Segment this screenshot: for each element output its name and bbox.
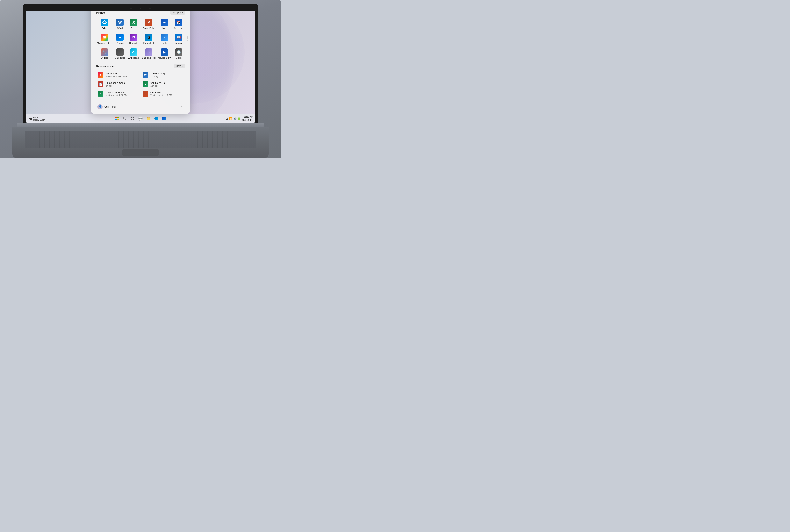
ouroceans-name: Our Oceans bbox=[150, 91, 183, 94]
all-apps-button[interactable]: All apps › bbox=[170, 11, 185, 15]
utilities-label: Utilities bbox=[101, 57, 108, 59]
word-label: Word bbox=[117, 27, 122, 30]
system-tray[interactable]: ∧ ☁ 📶 🔊 🔋 bbox=[224, 117, 241, 120]
pagination-dots bbox=[187, 37, 188, 41]
dot-3 bbox=[187, 40, 188, 41]
power-button[interactable]: ⏻ bbox=[179, 104, 185, 110]
task-view-button[interactable] bbox=[129, 115, 136, 122]
store-taskbar-button[interactable] bbox=[160, 115, 168, 122]
file-explorer-button[interactable]: 📁 bbox=[144, 115, 152, 122]
moviestv-label: Movies & TV bbox=[158, 57, 171, 59]
ouroceans-text: Our Oceans Yesterday at 1:15 PM bbox=[150, 91, 183, 96]
app-calendar[interactable]: 📅 Calendar bbox=[172, 17, 185, 31]
rec-sustainable[interactable]: 📄 Sustainable Seas 2h ago bbox=[96, 80, 140, 89]
camera-bar bbox=[26, 6, 255, 10]
start-menu: 🔍 Pinned All apps › bbox=[91, 11, 190, 114]
campaign-text: Campaign Budget Yesterday at 4:24 PM bbox=[105, 91, 138, 96]
getstarted-icon: ✦ bbox=[98, 72, 103, 78]
app-phonelink[interactable]: 📱 Phone Link bbox=[141, 32, 156, 46]
onenote-icon: N bbox=[130, 34, 137, 41]
rec-volunteer[interactable]: X Volunteer List 12h ago bbox=[141, 80, 185, 89]
app-calculator[interactable]: ⊟ Calculator bbox=[114, 47, 126, 61]
volunteer-text: Volunteer List 12h ago bbox=[150, 82, 183, 87]
tshirt-text: T-Shirt Design 17m ago bbox=[150, 72, 183, 78]
ouroceans-icon: P bbox=[142, 91, 148, 97]
chevron-up-icon[interactable]: ∧ bbox=[224, 117, 225, 120]
app-word[interactable]: W Word bbox=[114, 17, 126, 31]
phonelink-icon: 📱 bbox=[145, 34, 152, 41]
app-excel[interactable]: X Excel bbox=[127, 17, 140, 31]
laptop-shell: 🔍 Pinned All apps › bbox=[0, 0, 281, 158]
weather-temp: 68°F bbox=[33, 116, 45, 119]
svg-line-5 bbox=[125, 119, 126, 120]
svg-rect-1 bbox=[117, 117, 119, 118]
edge-icon bbox=[101, 19, 108, 26]
snipping-icon: ✂ bbox=[145, 48, 152, 56]
clock-display[interactable]: 11:11 AM 10/27/2022 bbox=[242, 115, 253, 122]
teams-button[interactable]: 💬 bbox=[137, 115, 144, 122]
rec-tshirt[interactable]: W T-Shirt Design 17m ago bbox=[141, 71, 185, 79]
trackpad[interactable] bbox=[122, 149, 159, 155]
svg-rect-3 bbox=[117, 119, 119, 120]
weather-info: 68°F Mostly Sunny bbox=[33, 116, 45, 121]
svg-rect-8 bbox=[131, 119, 133, 120]
calculator-icon: ⊟ bbox=[116, 48, 124, 56]
screen-bezel: 🔍 Pinned All apps › bbox=[23, 4, 258, 122]
whiteboard-label: Whiteboard bbox=[128, 57, 139, 59]
rec-getstarted[interactable]: ✦ Get Started Welcome to Windows bbox=[96, 71, 140, 79]
calendar-label: Calendar bbox=[174, 27, 183, 30]
tshirt-icon: W bbox=[142, 72, 148, 78]
getstarted-text: Get Started Welcome to Windows bbox=[105, 72, 138, 78]
tshirt-desc: 17m ago bbox=[150, 75, 183, 78]
weather-widget[interactable]: 🌤 68°F Mostly Sunny bbox=[28, 116, 47, 121]
app-moviestv[interactable]: ▶ Movies & TV bbox=[157, 47, 172, 61]
svg-rect-0 bbox=[115, 117, 117, 118]
taskbar-right: ∧ ☁ 📶 🔊 🔋 11:11 AM 10/27/2022 bbox=[224, 115, 253, 122]
app-photos[interactable]: 🖼 Photos bbox=[114, 32, 126, 46]
onenote-label: OneNote bbox=[129, 42, 138, 44]
journal-icon: 📖 bbox=[175, 34, 182, 41]
app-whiteboard[interactable]: 🖊 Whiteboard bbox=[127, 47, 140, 61]
search-taskbar-button[interactable] bbox=[121, 115, 129, 122]
volume-icon[interactable]: 🔊 bbox=[233, 117, 236, 120]
start-footer: 👤 Guri Holter ⏻ bbox=[96, 101, 185, 110]
app-utilities[interactable]: 🔧 Utilities bbox=[96, 47, 113, 61]
volunteer-desc: 12h ago bbox=[150, 84, 183, 87]
whiteboard-icon: 🖊 bbox=[130, 48, 137, 56]
snipping-label: Snipping Tool bbox=[142, 57, 156, 59]
app-onenote[interactable]: N OneNote bbox=[127, 32, 140, 46]
taskbar-left: 🌤 68°F Mostly Sunny bbox=[28, 116, 47, 121]
clock-icon: 🕐 bbox=[175, 48, 182, 56]
store-label: Microsoft Store bbox=[97, 42, 112, 44]
taskbar: 🌤 68°F Mostly Sunny bbox=[26, 114, 255, 122]
app-store[interactable]: ⊞ Microsoft Store bbox=[96, 32, 113, 46]
app-clock[interactable]: 🕐 Clock bbox=[172, 47, 185, 61]
svg-point-4 bbox=[124, 117, 126, 119]
camera-right bbox=[149, 7, 151, 9]
app-powerpoint[interactable]: P PowerPoint bbox=[141, 17, 156, 31]
edge-taskbar-button[interactable] bbox=[152, 115, 160, 122]
volunteer-icon: X bbox=[142, 81, 148, 87]
powerpoint-icon: P bbox=[145, 19, 152, 26]
app-todo[interactable]: ✓ To Do bbox=[157, 32, 172, 46]
app-journal[interactable]: 📖 Journal bbox=[172, 32, 185, 46]
app-snipping[interactable]: ✂ Snipping Tool bbox=[141, 47, 156, 61]
user-profile[interactable]: 👤 Guri Holter bbox=[96, 103, 117, 110]
avatar: 👤 bbox=[97, 104, 103, 110]
app-mail[interactable]: ✉ Mail bbox=[157, 17, 172, 31]
start-button[interactable] bbox=[113, 115, 121, 122]
rec-ouroceans[interactable]: P Our Oceans Yesterday at 1:15 PM bbox=[141, 90, 185, 98]
keyboard-area bbox=[12, 127, 269, 158]
calendar-icon: 📅 bbox=[175, 19, 182, 26]
weather-desc: Mostly Sunny bbox=[33, 119, 45, 121]
todo-icon: ✓ bbox=[161, 34, 168, 41]
time-display: 11:11 AM bbox=[242, 115, 253, 118]
app-edge[interactable]: Edge bbox=[96, 17, 113, 31]
getstarted-name: Get Started bbox=[105, 72, 138, 75]
recommended-header: Recommended More › bbox=[96, 64, 185, 68]
more-button[interactable]: More › bbox=[174, 64, 185, 68]
volunteer-name: Volunteer List bbox=[150, 82, 183, 84]
rec-campaign[interactable]: X Campaign Budget Yesterday at 4:24 PM bbox=[96, 90, 140, 98]
keyboard-keys bbox=[25, 131, 256, 148]
screen-display: 🔍 Pinned All apps › bbox=[26, 11, 255, 122]
